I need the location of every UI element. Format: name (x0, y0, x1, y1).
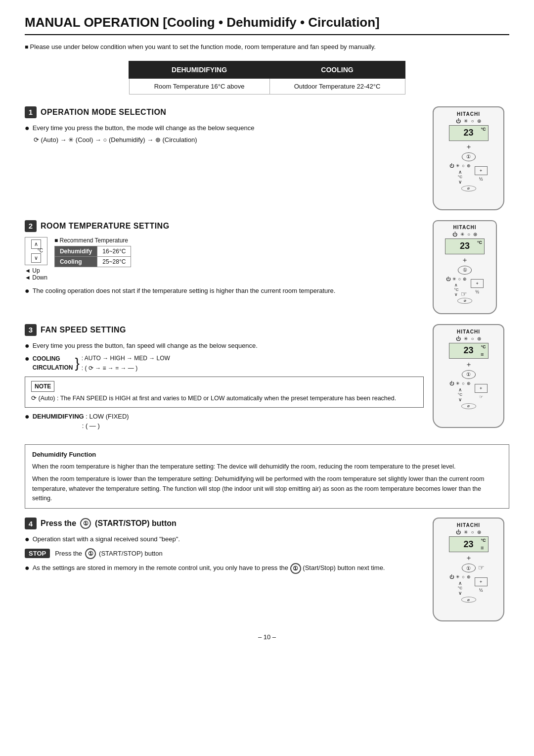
table-row: Room Temperature 16°C above Outdoor Temp… (129, 78, 405, 94)
remote-btn-sq-2: + (471, 279, 484, 288)
remote-icon-b2: ✳ (456, 163, 460, 168)
fan-icon-4: ⊛ (477, 529, 481, 535)
circle-icon-3: ○ (471, 336, 474, 341)
remote-left-group-3: ⏻ ✳ ○ ⊛ ∧ °C ∨ (449, 381, 470, 402)
remote-arrows-2-outer: ∧ °C ∨ ☞ (454, 283, 459, 297)
section-1-bullet1-text: Every time you press the button, the mod… (33, 123, 424, 133)
remote-temp-unit-4: °C (481, 538, 486, 543)
remote-io-btn-3: ① (462, 370, 476, 379)
snowflake-icon-2: ✳ (460, 232, 464, 237)
remote-icon-b2-2: ✳ (452, 277, 456, 282)
finger-pointer-3: ☞ (479, 394, 483, 399)
section-4-bullet2: ● As the settings are stored in memory i… (25, 563, 424, 574)
remote-plus-3: ＋ (465, 360, 472, 369)
remote-right-group-3: + ☞ (475, 384, 488, 399)
remote-temp-unit-2: °C (477, 240, 482, 245)
remote-bottom-row-1: ⏻ ✳ ○ ⊛ ∧ °C ∨ + ½ (437, 163, 500, 185)
snowflake-icon-4: ✳ (464, 529, 468, 535)
power-icon-1: ⏻ (456, 118, 461, 124)
remote-top-icons-4: ⏻ ✳ ○ ⊛ (456, 529, 481, 535)
page-number: – 10 – (25, 633, 509, 641)
down-label: ◄ Down (25, 274, 47, 281)
section-4-main: 4 Press the ① (START/STOP) button ● Oper… (25, 518, 424, 577)
arrow-up-4: ∧ (458, 580, 462, 586)
section-3: 3 FAN SPEED SETTING ● Every time you pre… (25, 324, 509, 434)
remote-brand-2: HITACHI (453, 225, 477, 230)
start-stop-btn-icon-heading: ① (80, 518, 91, 529)
remote-icon-b2-4: ✳ (456, 574, 460, 579)
remote-plus-2: ＋ (461, 256, 468, 265)
power-icon-3: ⏻ (456, 336, 461, 341)
remote-io-btn-2: ① (458, 266, 472, 275)
remote-3: HITACHI ⏻ ✳ ○ ⊛ 23 °C ≡ ＋ ① ⏻ (433, 324, 504, 428)
fan-icon-2: ⊛ (473, 232, 477, 237)
stop-badge: STOP (25, 549, 50, 558)
remote-icon-b4-4: ⊛ (467, 574, 471, 579)
finger-pointer-4: ☞ (478, 564, 485, 571)
arrow-up-2: ∧ (454, 283, 458, 287)
bars-icon-3: ≡ (481, 351, 484, 357)
section-3-heading: 3 FAN SPEED SETTING (25, 324, 424, 336)
remote-temp-2: 23 (460, 241, 470, 251)
bullet-dot-1: ● (25, 124, 30, 133)
arrow-down-btn[interactable]: ∨ (31, 253, 41, 263)
note-box: NOTE ⟳ (Auto) : The FAN SPEED is HIGH at… (25, 377, 424, 408)
remote-temp-3: 23 (463, 345, 473, 356)
temp-setting-inner: ∧ °C ∨ ◄ Up ◄ Down ■ Recommend Temperatu… (25, 237, 424, 281)
remote-2: HITACHI ⏻ ✳ ○ ⊛ 23 °C ＋ ① ⏻ (433, 220, 497, 314)
stop-post: (START/STOP) button (99, 550, 163, 557)
remote-icons-row-3: ⏻ ✳ ○ ⊛ (449, 381, 470, 386)
remote-bottom-row-3: ⏻ ✳ ○ ⊛ ∧ °C ∨ + ☞ (437, 381, 500, 402)
arrow-up-3: ∧ (458, 387, 462, 392)
remote-brand-1: HITACHI (457, 111, 480, 117)
remote-brand-3: HITACHI (457, 329, 480, 334)
rec-row-cooling: Cooling 25~28°C (54, 256, 131, 267)
arrow-down-4: ∨ (458, 590, 462, 596)
dehumidify-box-para1: When the room temperature is higher than… (32, 462, 502, 472)
remote-arrows-4: ∧ °C ∨ (458, 580, 462, 596)
section-2: 2 ROOM TEMPERATURE SETTING ∧ °C ∨ ◄ Up ◄… (25, 220, 509, 314)
arrow-up-1: ∧ (458, 169, 462, 175)
dehumidify-box-title: Dehumidify Function (32, 450, 502, 460)
deg-label-3: °C (458, 392, 462, 397)
sequence-line: ⟳ (Auto) → ✳ (Cool) → ○ (Dehumidify) → ⊕… (34, 136, 424, 143)
remote-icons-row-2: ⏻ ✳ ○ ⊛ (446, 277, 467, 282)
section-2-row: 2 ROOM TEMPERATURE SETTING ∧ °C ∨ ◄ Up ◄… (25, 220, 509, 314)
remote-display-1: 23 °C (449, 125, 489, 141)
section-1-row: 1 OPERATION MODE SELECTION ● Every time … (25, 106, 509, 210)
remote-temp-unit-1: °C (481, 127, 486, 132)
rec-value-cooling: 25~28°C (97, 256, 131, 267)
dehumidifying-condition: Room Temperature 16°C above (129, 78, 269, 94)
remote-half-1: ½ (479, 177, 483, 182)
remote-half-4: ½ (479, 588, 483, 593)
note-text: ⟳ (Auto) : The FAN SPEED is HIGH at firs… (31, 394, 417, 403)
fan-icon-1: ⊛ (477, 118, 481, 124)
finger-pointer-icon: ☞ (461, 290, 467, 298)
remote-display-4: 23 °C ≡ (449, 536, 489, 552)
section-4-num: 4 (25, 518, 37, 529)
bars-icon-4: ≡ (481, 545, 484, 551)
remote-right-group-4: + ½ (475, 577, 488, 593)
remote-top-icons-2: ⏻ ✳ ○ ⊛ (452, 232, 477, 237)
section-1-num: 1 (25, 106, 37, 118)
section-4-row: 4 Press the ① (START/STOP) button ● Oper… (25, 518, 509, 621)
section-3-figure: HITACHI ⏻ ✳ ○ ⊛ 23 °C ≡ ＋ ① ⏻ (433, 324, 509, 428)
remote-wheel-4: ⌀ (461, 597, 476, 603)
remote-icon-b1-2: ⏻ (446, 277, 450, 282)
section-1-heading: 1 OPERATION MODE SELECTION (25, 106, 424, 118)
remote-icon-b1-3: ⏻ (449, 381, 454, 386)
rec-value-dehum: 16~26°C (97, 246, 131, 256)
remote-plus-4: ＋ (465, 554, 472, 563)
brace-labels: COOLING CIRCULATION (33, 354, 73, 372)
condition-table-wrap: DEHUMIDIFYING COOLING Room Temperature 1… (25, 61, 509, 94)
remote-icons-row-4: ⏻ ✳ ○ ⊛ (449, 574, 470, 579)
section-2-main: 2 ROOM TEMPERATURE SETTING ∧ °C ∨ ◄ Up ◄… (25, 220, 424, 299)
remote-icon-b1-4: ⏻ (449, 574, 454, 579)
section-2-note-text: The cooling operation does not start if … (33, 286, 424, 296)
cooling-label: COOLING (33, 354, 73, 363)
remote-io-btn-1: ① (462, 152, 476, 161)
snowflake-icon-3: ✳ (464, 336, 468, 341)
section-3-num: 3 (25, 324, 37, 336)
section-1-title: OPERATION MODE SELECTION (41, 108, 166, 117)
section-2-figure: HITACHI ⏻ ✳ ○ ⊛ 23 °C ＋ ① ⏻ (433, 220, 509, 314)
